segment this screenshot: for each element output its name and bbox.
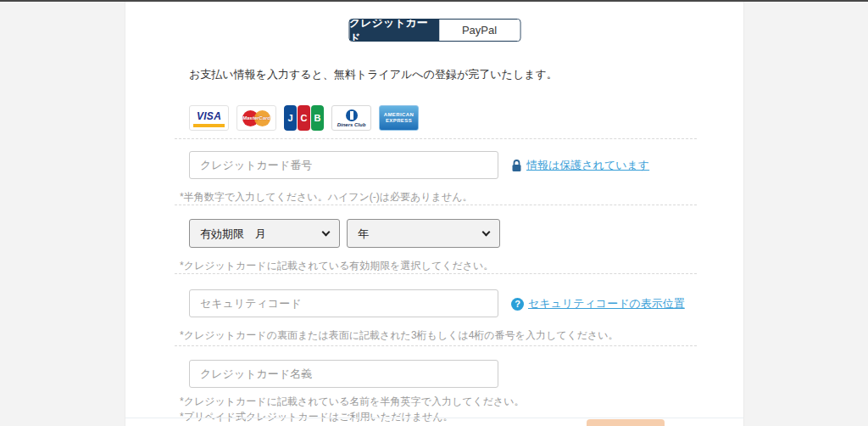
- security-code-help-link[interactable]: セキュリティコードの表示位置: [528, 296, 685, 311]
- secure-info-link[interactable]: 情報は保護されています: [526, 158, 649, 173]
- payment-card: クレジットカード PayPal お支払い情報を入力すると、無料トライアルへの登録…: [125, 0, 744, 426]
- card-name-note: *クレジットカードに記載されている名前を半角英字で入力してください。: [180, 395, 525, 409]
- lock-icon: [511, 160, 522, 172]
- payment-method-tabs: クレジットカード PayPal: [348, 19, 520, 42]
- expiry-month-select-wrap: 有効期限 月: [189, 219, 340, 248]
- section-divider: [175, 273, 697, 274]
- amex-card-icon: AMERICAN EXPRESS: [379, 105, 419, 131]
- expiry-month-select[interactable]: 有効期限 月: [189, 219, 340, 248]
- jcb-card-icon: J C B: [284, 105, 324, 131]
- visa-card-icon: VISA: [189, 105, 229, 131]
- footer-divider: [125, 418, 743, 418]
- section-divider: [175, 138, 697, 139]
- section-divider: [175, 205, 697, 205]
- card-brand-icons: VISA MasterCard J C B Diners Club AMERIC…: [189, 105, 419, 131]
- tab-credit-card[interactable]: クレジットカード: [349, 20, 439, 41]
- mastercard-card-icon: MasterCard: [236, 105, 276, 131]
- expiry-note: *クレジットカードに記載されている有効期限を選択してください。: [180, 259, 493, 273]
- submit-button-peek[interactable]: [587, 419, 665, 426]
- expiry-year-select-wrap: 年: [347, 219, 500, 248]
- secure-info: 情報は保護されています: [511, 158, 649, 173]
- intro-text: お支払い情報を入力すると、無料トライアルへの登録が完了いたします。: [189, 67, 558, 82]
- tab-paypal[interactable]: PayPal: [439, 20, 520, 41]
- security-code-input[interactable]: [189, 289, 498, 317]
- section-divider: [175, 345, 697, 346]
- diners-club-card-icon: Diners Club: [331, 105, 371, 131]
- security-code-note: *クレジットカードの裏面または表面に記載された3桁もしくは4桁の番号を入力してく…: [180, 328, 619, 343]
- top-accent-bar: [0, 0, 868, 2]
- question-mark-icon[interactable]: ?: [511, 298, 524, 311]
- card-number-note: *半角数字で入力してください。ハイフン(-)は必要ありません。: [180, 190, 472, 205]
- card-name-input[interactable]: [189, 360, 498, 388]
- security-code-help: ? セキュリティコードの表示位置: [511, 296, 685, 311]
- expiry-year-select[interactable]: 年: [347, 219, 500, 248]
- card-number-input[interactable]: [189, 151, 498, 179]
